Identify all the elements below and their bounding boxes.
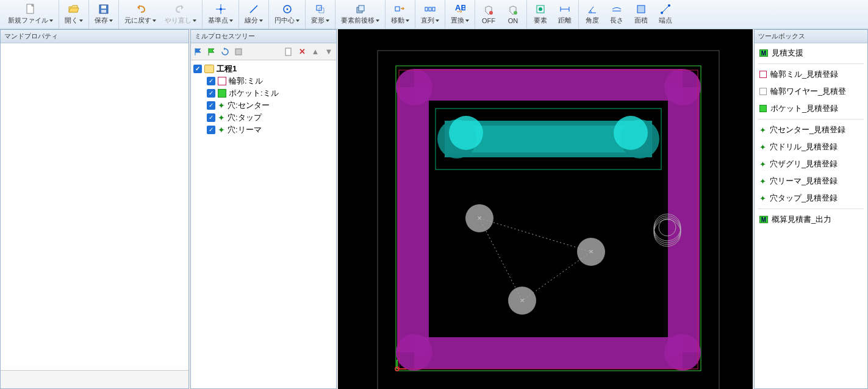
undo-icon [135,4,146,15]
svg-rect-41 [397,87,429,352]
tree-item-drill-tap[interactable]: 穴:タップ [192,112,335,124]
distance-button[interactable]: 距離 [553,2,577,27]
elem-order-button[interactable]: 要素前後移 [337,2,384,27]
tree-item-contour[interactable]: 輪郭:ミル [192,75,335,87]
on-button[interactable]: ON [501,3,525,26]
area-button[interactable]: 面積 [629,2,653,27]
chevron-down-icon [49,20,53,22]
svg-rect-27 [637,5,645,13]
transform-button[interactable]: 変形 [307,2,334,27]
tree-item-drill-reamer[interactable]: 穴:リーマ [192,124,335,136]
toolbox-drill-reamer[interactable]: 穴リーマ_見積登録 [755,173,867,190]
move-button[interactable]: 移動 [387,2,414,27]
toolbox-drill-counterbore[interactable]: 穴ザグリ_見積登録 [755,155,867,173]
redo-icon [175,4,186,15]
drill-icon [218,126,225,134]
svg-point-9 [286,9,288,10]
length-button[interactable]: 長さ [604,2,629,27]
redo-button[interactable]: やり直し [160,2,201,27]
base-point-icon [215,4,226,15]
tree-flag1-icon[interactable] [193,47,203,57]
pocket-icon [759,105,767,112]
replace-button[interactable]: AB 置換 [447,2,473,27]
svg-rect-14 [395,7,400,11]
toolbox-contour-mill[interactable]: 輪郭ミル_見積登録 [755,66,867,83]
tree-root[interactable]: 工程1 [192,63,335,75]
tree-item-pocket[interactable]: ポケット:ミル [192,87,335,99]
tree-item-label: 穴:センター [228,100,270,111]
svg-rect-16 [429,7,431,11]
svg-point-22 [539,7,542,11]
svg-point-20 [514,11,517,15]
angle-button[interactable]: 角度 [580,2,604,27]
tree-delete-icon[interactable]: ✕ [297,47,307,57]
contour-icon [759,71,767,78]
toolbox-drill-tap[interactable]: 穴タップ_見積登録 [755,190,867,207]
save-button[interactable]: 保存 [90,2,117,27]
length-icon [611,4,622,15]
base-point-button[interactable]: 基準点 [204,2,237,27]
toolbox-item-label: 穴タップ_見積登録 [770,193,838,204]
chevron-down-icon [296,20,299,22]
toolbox-contour-wire[interactable]: 輪郭ワイヤー_見積登 [755,83,867,100]
separator [758,63,864,64]
svg-rect-15 [425,7,428,11]
off-button[interactable]: OFF [476,3,501,26]
tree-refresh-icon[interactable] [220,47,230,57]
array-button[interactable]: 直列 [417,2,443,27]
command-properties-footer [1,370,188,388]
toolbox-item-label: 輪郭ワイヤー_見積登 [770,86,846,97]
save-icon [98,4,109,15]
endpoint-button[interactable]: 端点 [653,2,678,27]
tree-item-label: 穴:タップ [228,112,262,123]
checkbox-icon[interactable] [207,126,215,134]
wire-icon [759,88,767,95]
toolbox-pocket[interactable]: ポケット_見積登録 [755,100,867,117]
checkbox-icon[interactable] [207,89,215,98]
tree-stop-icon[interactable] [234,47,243,57]
chevron-down-icon [406,20,409,22]
toolbox-output[interactable]: 概算見積書_出力 [755,211,867,228]
separator [758,209,864,209]
open-button[interactable]: 開く [60,2,87,27]
tree-down-icon[interactable]: ▼ [324,47,334,57]
replace-icon: AB [454,4,465,15]
drill-icon [759,143,766,152]
tree-up-icon[interactable]: ▲ [310,47,320,57]
chevron-down-icon [109,20,113,22]
undo-button[interactable]: 元に戻す [120,2,160,27]
m-icon [759,216,768,223]
chevron-down-icon [326,20,329,22]
folder-icon [204,65,214,73]
tree-toolbar: ✕ ▲ ▼ [191,43,336,60]
svg-text:×: × [589,247,594,256]
new-file-icon [25,4,36,15]
toolbox-section-header[interactable]: 見積支援 [755,45,867,62]
circle-center-button[interactable]: 円中心 [270,2,304,27]
command-properties-header: マンドプロパティ [1,30,188,43]
elem-order-icon [355,4,366,15]
drill-icon [759,194,766,203]
checkbox-icon[interactable] [207,113,215,122]
checkbox-icon[interactable] [207,101,215,110]
line-button[interactable]: 線分 [240,2,267,27]
svg-rect-40 [414,337,683,369]
process-tree: 工程1 輪郭:ミル ポケット:ミル 穴:センター 穴:タップ [191,60,336,388]
toolbox-drill-drill[interactable]: 穴ドリル_見積登録 [755,138,867,155]
drawing-canvas[interactable]: × × × [338,29,753,389]
new-file-button[interactable]: 新規ファイル [4,2,57,27]
checkbox-icon[interactable] [207,77,215,85]
svg-rect-34 [396,66,701,371]
toolbox-header-label: 見積支援 [772,48,803,59]
svg-line-7 [250,5,257,13]
tree-flag2-icon[interactable] [207,47,217,57]
chevron-down-icon [152,20,156,22]
toolbox-drill-center[interactable]: 穴センター_見積登録 [755,121,867,138]
tree-item-drill-center[interactable]: 穴:センター [192,99,335,112]
element-button[interactable]: 要素 [528,2,553,27]
tree-new-icon[interactable] [284,47,293,57]
drill-icon [218,113,225,122]
svg-rect-42 [668,87,700,352]
checkbox-icon[interactable] [193,65,202,73]
svg-point-50 [614,116,648,150]
